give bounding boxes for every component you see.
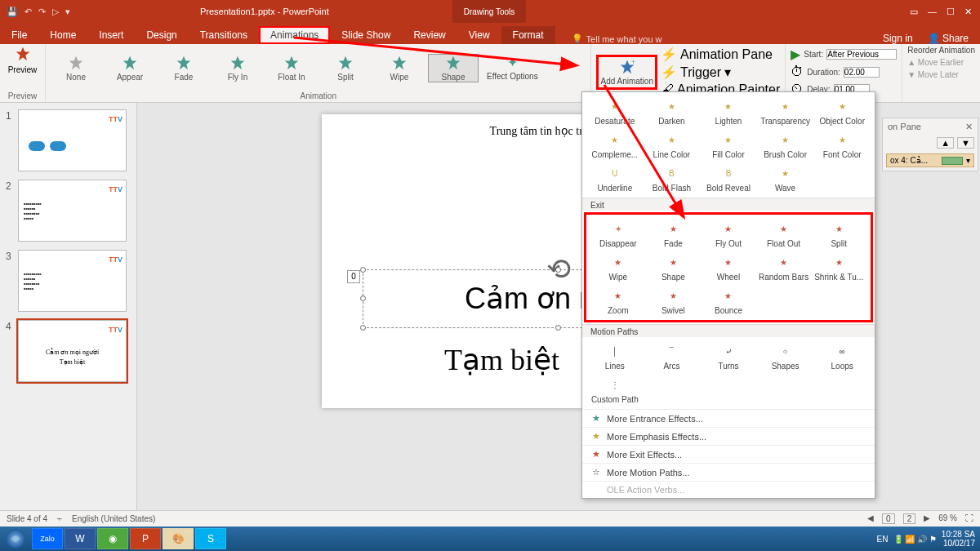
preview-button[interactable]: Preview [8, 65, 38, 74]
taskbar-skype[interactable]: S [195, 528, 226, 549]
qat-more-icon[interactable]: ▾ [65, 7, 70, 17]
exit-zoom[interactable]: ★Zoom [591, 285, 645, 317]
exit-shrinkturn[interactable]: ★Shrink & Tu... [812, 251, 866, 283]
language-status[interactable]: English (United States) [72, 514, 155, 523]
taskbar-zalo[interactable]: Zalo [32, 528, 63, 549]
effect-wipe[interactable]: Wipe [374, 55, 425, 82]
effect-options-button[interactable]: ✦Effect Options [482, 53, 543, 82]
exit-fade[interactable]: ★Fade [647, 218, 701, 250]
undo-icon[interactable]: ↶ [24, 7, 32, 17]
emph-transparency[interactable]: ★Transparency [758, 96, 813, 127]
thumbnail-3[interactable]: 3 TTV ■■■■■■■■■■■■■■■■■■■■■■■■■■■■ [18, 250, 127, 312]
emph-lighten[interactable]: ★Lighten [701, 96, 756, 127]
emph-desaturate[interactable]: ★Desaturate [587, 96, 643, 127]
more-emphasis[interactable]: ★More Emphasis Effects... [582, 427, 875, 445]
start-button[interactable] [0, 527, 31, 551]
motion-turns[interactable]: ⤶Turns [701, 340, 756, 372]
emph-objectcolor[interactable]: ★Object Color [814, 96, 870, 127]
anim-pane-item[interactable]: ox 4: Cả...▾ [886, 153, 974, 167]
taskbar-coccoc[interactable]: ◉ [97, 528, 128, 549]
emph-complementary[interactable]: ★Compleme... [587, 129, 643, 161]
start-from-beginning-icon[interactable]: ▷ [52, 7, 59, 17]
emph-underline[interactable]: UUnderline [587, 162, 643, 194]
tab-animations[interactable]: Animations [259, 26, 330, 44]
maximize-icon[interactable]: ☐ [947, 7, 955, 17]
emph-brushcolor[interactable]: ★Brush Color [758, 129, 813, 161]
exit-bounce[interactable]: ★Bounce [702, 285, 755, 317]
effect-flyin[interactable]: Fly In [212, 55, 263, 82]
scroll-right[interactable]: ▶ [924, 513, 930, 524]
effect-floatin[interactable]: Float In [266, 55, 317, 82]
tab-insert[interactable]: Insert [87, 26, 135, 44]
motion-custompath[interactable]: ⋮Custom Path [587, 374, 643, 406]
more-exit[interactable]: ★More Exit Effects... [582, 445, 875, 463]
pane-up-icon[interactable]: ▲ [937, 137, 954, 149]
exit-swivel[interactable]: ★Swivel [647, 285, 701, 317]
tab-home[interactable]: Home [38, 26, 87, 44]
exit-disappear[interactable]: ✶Disappear [591, 218, 645, 250]
thumbnail-1[interactable]: 1 TTV [18, 109, 127, 171]
slide-thumbnails[interactable]: 1 TTV 2 TTV ■■■■■■■■■■■■■■■■■■■■■■■■■■■■… [0, 103, 137, 510]
emph-fillcolor[interactable]: ★Fill Color [701, 129, 756, 161]
tab-transitions[interactable]: Transitions [189, 26, 259, 44]
minimize-icon[interactable]: — [928, 7, 937, 17]
motion-lines[interactable]: │Lines [587, 340, 643, 372]
exit-split[interactable]: ★Split [812, 218, 866, 250]
add-animation-button[interactable]: + Add Animation [596, 55, 657, 90]
close-icon[interactable]: ✕ [964, 7, 972, 17]
tab-review[interactable]: Review [402, 26, 457, 44]
pane-down-icon[interactable]: ▼ [957, 137, 974, 149]
effect-fade[interactable]: Fade [158, 55, 209, 82]
effect-none[interactable]: None [51, 55, 101, 82]
fit-icon[interactable]: ⛶ [965, 513, 973, 524]
tab-file[interactable]: File [0, 26, 38, 44]
emph-darken[interactable]: ★Darken [644, 96, 700, 127]
share-button[interactable]: 👤 Share [928, 33, 969, 44]
redo-icon[interactable]: ↷ [38, 7, 46, 17]
taskbar-word[interactable]: W [65, 528, 96, 549]
move-earlier-button[interactable]: ▲ Move Earlier [907, 58, 964, 67]
exit-flyout[interactable]: ★Fly Out [702, 218, 755, 250]
tray-clock[interactable]: 10:28 SA 10/02/17 [942, 530, 975, 548]
emph-fontcolor[interactable]: ★Font Color [814, 129, 870, 161]
exit-floatout[interactable]: ★Float Out [757, 218, 811, 250]
effect-split[interactable]: Split [320, 55, 371, 82]
ole-verbs[interactable]: OLE Action Verbs... [582, 481, 875, 498]
effect-appear[interactable]: Appear [105, 55, 155, 82]
motion-shapes[interactable]: ○Shapes [758, 340, 813, 372]
thumbnail-2[interactable]: 2 TTV ■■■■■■■■■■■■■■■■■■■■■■■■■■■■ [18, 180, 127, 242]
signin-link[interactable]: Sign in [883, 33, 913, 44]
save-icon[interactable]: 💾 [7, 7, 18, 17]
more-entrance[interactable]: ★More Entrance Effects... [582, 409, 875, 427]
tab-slideshow[interactable]: Slide Show [330, 26, 402, 44]
emph-boldflash[interactable]: BBold Flash [644, 162, 700, 194]
close-pane-icon[interactable]: ✕ [965, 122, 973, 132]
move-later-button[interactable]: ▼ Move Later [907, 70, 959, 79]
emph-linecolor[interactable]: ★Line Color [644, 129, 700, 161]
animation-pane-button[interactable]: ⚡ Animation Pane [661, 47, 780, 62]
motion-arcs[interactable]: ⌒Arcs [644, 340, 700, 372]
thumbnail-4[interactable]: 4 TTV Cảm ơn mọi người Tạm biệt [18, 320, 127, 382]
tellme-input[interactable]: Tell me what you w [586, 34, 662, 44]
trigger-button[interactable]: ⚡ Trigger ▾ [661, 64, 780, 80]
tray-icons[interactable]: 🔋 📶 🔊 ⚑ [893, 535, 937, 544]
exit-wipe[interactable]: ★Wipe [591, 251, 645, 283]
duration-input[interactable] [844, 67, 880, 78]
tray-lang[interactable]: EN [877, 535, 889, 544]
tab-view[interactable]: View [457, 26, 501, 44]
scroll-left[interactable]: ◀ [867, 513, 874, 524]
motion-loops[interactable]: ∞Loops [814, 340, 870, 372]
taskbar-paint[interactable]: 🎨 [163, 528, 194, 549]
emph-boldreveal[interactable]: BBold Reveal [701, 162, 756, 194]
zoom-level[interactable]: 69 % [938, 513, 957, 524]
emph-wave[interactable]: ★Wave [758, 162, 813, 194]
ribbon-options-icon[interactable]: ▭ [910, 7, 918, 17]
tab-format[interactable]: Format [501, 26, 555, 44]
taskbar-powerpoint[interactable]: P [130, 528, 161, 549]
exit-shape[interactable]: ★Shape [647, 251, 701, 283]
exit-randombars[interactable]: ★Random Bars [757, 251, 811, 283]
exit-wheel[interactable]: ★Wheel [702, 251, 755, 283]
tab-design[interactable]: Design [135, 26, 188, 44]
animation-order-badge[interactable]: 0 [347, 270, 360, 283]
effect-shape[interactable]: Shape [428, 54, 479, 82]
